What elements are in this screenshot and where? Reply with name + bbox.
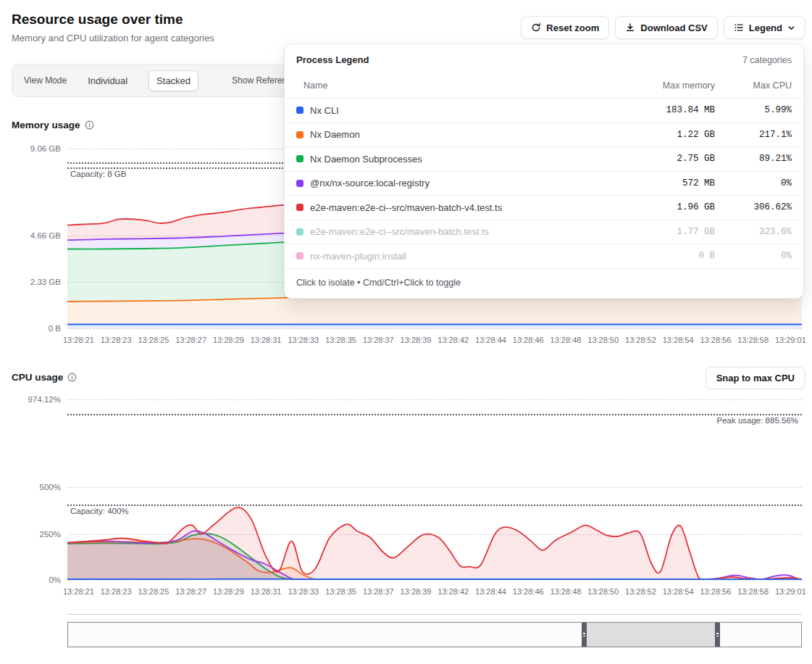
xaxis-tick-label: 13:28:56 [700,587,731,596]
cpu-chart-plot[interactable] [67,399,802,580]
view-mode-individual-button[interactable]: Individual [80,70,135,91]
legend-panel-title: Process Legend [296,54,369,65]
col-header-name: Name [304,80,606,91]
xaxis-tick-label: 13:28:46 [513,587,544,596]
xaxis-tick-label: 13:29:01 [775,336,806,344]
xaxis-tick-label: 13:28:21 [63,336,94,344]
series-swatch [296,131,304,138]
refresh-icon [531,22,541,33]
cpu-xaxis: 13:28:2113:28:2313:28:2513:28:2713:28:29… [63,587,806,596]
memory-ytick: 0 B [9,324,61,333]
legend-row[interactable]: e2e-maven:e2e-ci--src/maven-batch-v4.tes… [285,196,803,220]
legend-column-headers: Name Max memory Max CPU [285,74,803,99]
series-swatch [296,107,304,114]
xaxis-tick-label: 13:28:52 [625,336,656,344]
cpu-peak-line [67,414,802,415]
view-mode-stacked-button[interactable]: Stacked [148,70,198,91]
xaxis-tick-label: 13:28:35 [325,336,356,344]
xaxis-tick-label: 13:28:31 [251,336,282,344]
memory-ytick: 9.06 GB [9,144,61,153]
series-line [67,579,802,580]
cpu-ytick: 974.12% [9,395,61,404]
process-legend-popover: Process Legend 7 categories Name Max mem… [284,43,804,299]
brush-handle-left[interactable] [582,623,587,647]
brush-handle-right[interactable] [715,623,720,647]
memory-xaxis: 13:28:2113:28:2313:28:2513:28:2713:28:29… [63,336,806,344]
xaxis-tick-label: 13:28:44 [475,587,506,596]
legend-row[interactable]: @nx/nx-source:local-registry 572 MB 0% [285,172,803,196]
xaxis-tick-label: 13:28:21 [63,587,94,596]
list-icon [734,22,744,33]
xaxis-tick-label: 13:29:01 [775,587,806,596]
xaxis-tick-label: 13:28:39 [401,336,432,344]
xaxis-tick-label: 13:28:29 [213,336,244,344]
memory-usage-title: Memory usage [12,120,94,130]
legend-dropdown-button[interactable]: Legend [724,16,805,39]
gridline [67,328,802,329]
legend-row[interactable]: Nx CLI 183.84 MB 5.99% [285,99,803,123]
cpu-ytick: 250% [9,530,61,539]
brush-selection[interactable] [587,623,715,647]
series-swatch [296,180,304,187]
memory-ytick: 4.66 GB [9,231,61,240]
xaxis-tick-label: 13:28:29 [213,587,244,596]
xaxis-tick-label: 13:28:42 [438,587,469,596]
xaxis-tick-label: 13:28:35 [325,587,356,596]
cpu-ytick: 0% [9,576,61,584]
xaxis-tick-label: 13:28:54 [663,336,694,344]
download-csv-button[interactable]: Download CSV [615,16,717,39]
xaxis-tick-label: 13:28:58 [737,336,769,344]
legend-row[interactable]: nx-maven-plugin:install 0 B 0% [285,244,803,269]
xaxis-tick-label: 13:28:48 [551,336,582,344]
memory-ytick: 2.33 GB [9,278,61,286]
xaxis-tick-label: 13:28:52 [625,587,656,596]
cpu-usage-title: CPU usage [12,372,77,383]
legend-row[interactable]: e2e-maven:e2e-ci--src/maven-batch.test.t… [285,220,803,245]
col-header-max-cpu: Max CPU [715,80,792,91]
xaxis-tick-label: 13:28:37 [363,587,394,596]
snap-to-max-cpu-button[interactable]: Snap to max CPU [706,367,805,389]
col-header-max-memory: Max memory [606,80,715,91]
xaxis-tick-label: 13:28:50 [587,336,619,344]
legend-category-count: 7 categories [742,55,792,65]
download-csv-label: Download CSV [640,22,707,33]
xaxis-tick-label: 13:28:23 [101,336,132,344]
xaxis-tick-label: 13:28:50 [587,587,619,596]
xaxis-tick-label: 13:28:31 [251,587,282,596]
gridline [67,580,802,581]
xaxis-tick-label: 13:28:58 [737,587,769,596]
xaxis-tick-label: 13:28:37 [363,336,394,344]
brush-axis-line [67,614,802,615]
series-swatch [296,228,304,236]
xaxis-tick-label: 13:28:46 [513,336,544,344]
chevron-down-icon [787,24,795,32]
xaxis-tick-label: 13:28:39 [401,587,432,596]
series-swatch [296,252,304,260]
legend-row[interactable]: Nx Daemon Subprocesses 2.75 GB 89.21% [285,147,803,172]
xaxis-tick-label: 13:28:27 [175,336,206,344]
cpu-capacity-line [67,505,802,506]
xaxis-tick-label: 13:28:48 [551,587,582,596]
page-title: Resource usage over time [12,12,183,28]
page-subtitle: Memory and CPU utilization for agent cat… [12,33,214,43]
xaxis-tick-label: 13:28:56 [700,336,731,344]
xaxis-tick-label: 13:28:42 [438,336,469,344]
series-swatch [296,155,304,162]
info-icon[interactable] [85,120,94,130]
xaxis-tick-label: 13:28:23 [101,587,132,596]
xaxis-tick-label: 13:28:54 [663,587,694,596]
cpu-capacity-label: Capacity: 400% [70,507,129,515]
reset-zoom-button[interactable]: Reset zoom [521,16,609,39]
download-icon [625,22,635,33]
legend-label: Legend [749,22,782,33]
series-swatch [296,204,304,211]
series-area [67,507,802,580]
timeline-brush[interactable] [67,622,802,647]
cpu-ytick: 500% [9,483,61,491]
info-icon[interactable] [67,373,77,382]
xaxis-tick-label: 13:28:27 [175,587,206,596]
memory-capacity-label: Capacity: 8 GB [70,170,126,178]
legend-row[interactable]: Nx Daemon 1.22 GB 217.1% [285,123,803,148]
xaxis-tick-label: 13:28:33 [288,336,319,344]
xaxis-tick-label: 13:28:25 [138,587,169,596]
